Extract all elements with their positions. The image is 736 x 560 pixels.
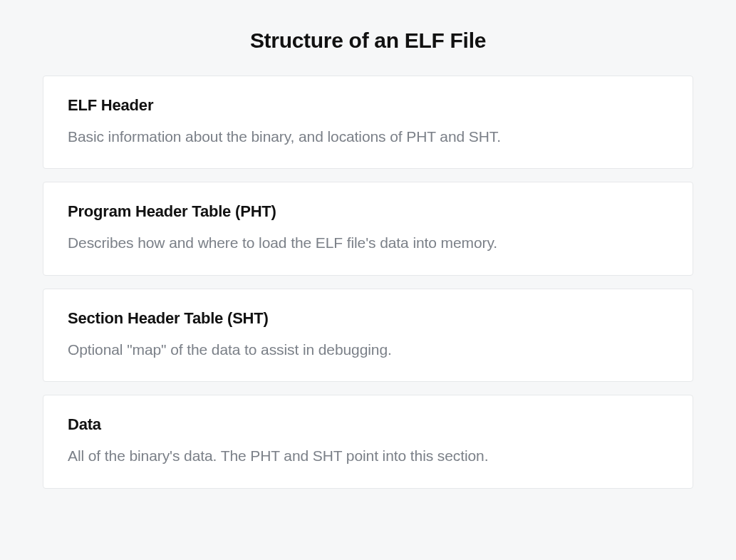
section-list: ELF Header Basic information about the b… [43, 76, 693, 489]
section-description: Basic information about the binary, and … [68, 126, 668, 147]
section-description: Describes how and where to load the ELF … [68, 232, 668, 253]
section-heading: Data [68, 415, 668, 434]
section-card-data: Data All of the binary's data. The PHT a… [43, 395, 693, 488]
section-heading: Section Header Table (SHT) [68, 309, 668, 328]
section-card-sht: Section Header Table (SHT) Optional "map… [43, 289, 693, 382]
section-description: All of the binary's data. The PHT and SH… [68, 445, 668, 466]
section-card-elf-header: ELF Header Basic information about the b… [43, 76, 693, 169]
section-heading: ELF Header [68, 96, 668, 115]
section-description: Optional "map" of the data to assist in … [68, 339, 668, 360]
page-title: Structure of an ELF File [43, 28, 693, 53]
section-card-pht: Program Header Table (PHT) Describes how… [43, 182, 693, 275]
section-heading: Program Header Table (PHT) [68, 202, 668, 221]
